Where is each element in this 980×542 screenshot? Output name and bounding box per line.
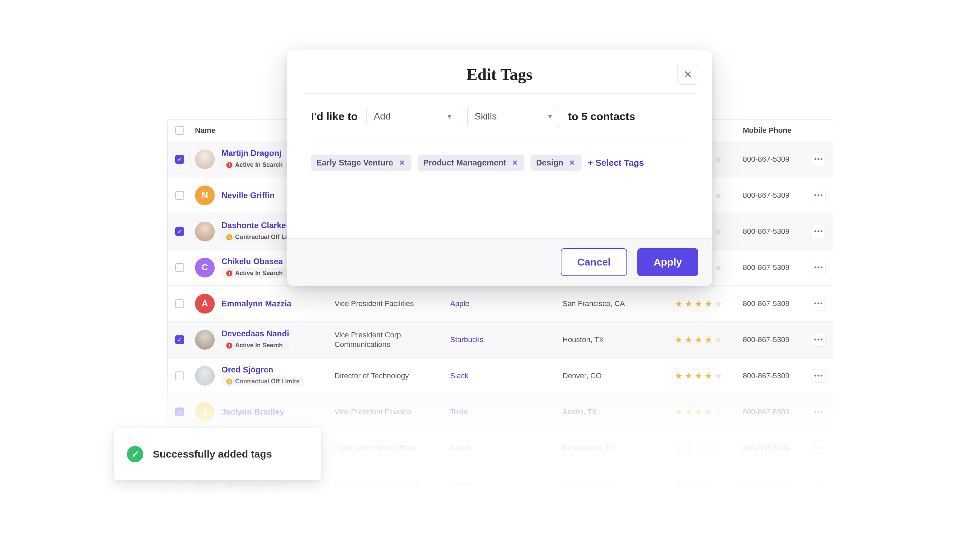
- star-icon: ★: [685, 443, 692, 453]
- more-icon: •••: [814, 444, 823, 452]
- row-checkbox[interactable]: [175, 263, 184, 272]
- rating-stars[interactable]: ★★★★★: [671, 299, 740, 308]
- star-icon: ★: [675, 408, 682, 416]
- more-icon: •••: [814, 191, 823, 199]
- row-checkbox[interactable]: ✓: [175, 408, 184, 416]
- contact-name-link[interactable]: Martijn Dragonj: [221, 148, 288, 158]
- more-icon: •••: [814, 228, 823, 235]
- star-icon: ★: [714, 191, 722, 200]
- location-cell: San Francisco, CA: [559, 299, 671, 308]
- rating-stars[interactable]: ★★★★★: [671, 371, 740, 380]
- phone-cell: 800-867-5309: [740, 443, 804, 453]
- row-checkbox[interactable]: [175, 299, 184, 308]
- avatar: [195, 366, 215, 386]
- star-icon: ★: [714, 371, 722, 380]
- avatar: [195, 150, 215, 169]
- sentence-post: to 5 contacts: [568, 110, 635, 123]
- star-icon: ★: [675, 480, 682, 489]
- category-select[interactable]: Skills ▾: [467, 106, 559, 127]
- table-row: ✓JJaclynn BradleyVice President FinanceT…: [168, 394, 833, 430]
- phone-cell: 800-867-5309: [740, 155, 804, 164]
- row-checkbox[interactable]: ✓: [175, 227, 184, 236]
- contact-name-link[interactable]: Jaclynn Bradley: [221, 407, 284, 417]
- sentence-pre: I'd like to: [311, 110, 358, 123]
- row-checkbox[interactable]: ✓: [175, 335, 184, 344]
- company-link[interactable]: Starbucks: [447, 335, 559, 344]
- col-phone[interactable]: Mobile Phone: [740, 126, 804, 135]
- star-icon: ★: [705, 443, 712, 453]
- check-circle-icon: ✓: [127, 446, 143, 462]
- selected-tags: Early Stage Venture✕Product Management✕D…: [311, 155, 688, 171]
- rating-stars[interactable]: ★★★★★: [671, 335, 740, 344]
- chevron-down-icon: ▾: [548, 112, 552, 121]
- title-cell: Director of Technology: [331, 371, 447, 381]
- star-icon: ★: [714, 299, 722, 308]
- status-badge: !Active In Search: [221, 160, 288, 170]
- more-icon: •••: [814, 480, 823, 488]
- tag-remove-button[interactable]: ✕: [568, 159, 576, 167]
- title-cell: Vice President Facilities: [331, 299, 447, 308]
- star-icon: ★: [714, 263, 722, 272]
- rating-stars[interactable]: ★★★★★: [671, 443, 740, 453]
- row-checkbox[interactable]: ✓: [175, 155, 184, 164]
- row-actions-button[interactable]: •••: [812, 225, 826, 238]
- contact-name-link[interactable]: Emmalynn Mazzia: [221, 299, 291, 308]
- title-cell: Chief Information Officer: [331, 443, 447, 453]
- tag-remove-button[interactable]: ✕: [511, 159, 519, 167]
- star-icon: ★: [685, 335, 692, 344]
- contact-name-link[interactable]: Chikelu Obasea: [221, 257, 288, 266]
- action-select-value: Add: [374, 111, 391, 122]
- tag-chip: Early Stage Venture✕: [311, 155, 411, 171]
- rating-stars[interactable]: ★★★★★: [671, 480, 740, 489]
- star-icon: ★: [714, 155, 722, 164]
- row-checkbox[interactable]: [175, 480, 184, 489]
- location-cell: Denver, CO: [559, 371, 671, 380]
- phone-cell: 800-867-5309: [740, 371, 804, 380]
- alert-icon: !: [226, 482, 232, 488]
- contact-name-link[interactable]: Ored Sjögren: [221, 365, 304, 375]
- table-row: AEmmalynn MazziaVice President Facilitie…: [168, 285, 833, 322]
- tag-label: Product Management: [423, 158, 506, 167]
- apply-button[interactable]: Apply: [637, 248, 698, 276]
- status-text: Active In Search: [235, 161, 283, 169]
- row-actions-button[interactable]: •••: [812, 261, 826, 274]
- cancel-button[interactable]: Cancel: [561, 248, 627, 276]
- status-text: Active In Search: [235, 269, 283, 277]
- star-icon: ★: [675, 371, 682, 380]
- company-link[interactable]: Twitter: [447, 480, 559, 489]
- rating-stars[interactable]: ★★★★★: [671, 408, 740, 416]
- company-link[interactable]: Airbnb: [447, 443, 559, 453]
- row-actions-button[interactable]: •••: [812, 477, 826, 491]
- star-icon: ★: [705, 480, 712, 489]
- action-select[interactable]: Add ▾: [366, 106, 458, 127]
- phone-cell: 800-867-5309: [740, 227, 804, 236]
- more-icon: •••: [814, 263, 823, 271]
- row-checkbox[interactable]: [175, 371, 184, 380]
- contact-name-link[interactable]: Neville Griffin: [221, 191, 275, 200]
- tag-remove-button[interactable]: ✕: [398, 159, 406, 167]
- row-actions-button[interactable]: •••: [812, 405, 826, 419]
- company-link[interactable]: Slack: [447, 371, 559, 380]
- star-icon: ★: [695, 480, 702, 489]
- select-tags-link[interactable]: + Select Tags: [588, 158, 644, 168]
- row-actions-button[interactable]: •••: [812, 441, 826, 455]
- avatar: [195, 330, 215, 350]
- star-icon: ★: [695, 335, 702, 344]
- star-icon: ★: [705, 371, 712, 380]
- row-actions-button[interactable]: •••: [812, 153, 826, 166]
- row-actions-button[interactable]: •••: [812, 369, 826, 383]
- phone-cell: 800-867-5309: [740, 335, 804, 344]
- status-badge: !Active In Search: [221, 268, 288, 278]
- company-link[interactable]: Apple: [447, 299, 559, 308]
- select-all-checkbox[interactable]: [175, 126, 184, 135]
- row-checkbox[interactable]: [175, 191, 184, 200]
- contact-name-link[interactable]: Deveedaas Nandi: [221, 329, 289, 338]
- close-button[interactable]: ✕: [677, 64, 698, 85]
- edit-tags-modal: Edit Tags ✕ I'd like to Add ▾ Skills ▾ t…: [287, 50, 712, 285]
- row-actions-button[interactable]: •••: [812, 333, 826, 347]
- status-badge: !Active In Search: [221, 340, 289, 350]
- status-text: Contractual Off Limits: [235, 378, 299, 385]
- row-actions-button[interactable]: •••: [812, 297, 826, 311]
- row-actions-button[interactable]: •••: [812, 189, 826, 202]
- company-link[interactable]: Tesla: [447, 408, 559, 416]
